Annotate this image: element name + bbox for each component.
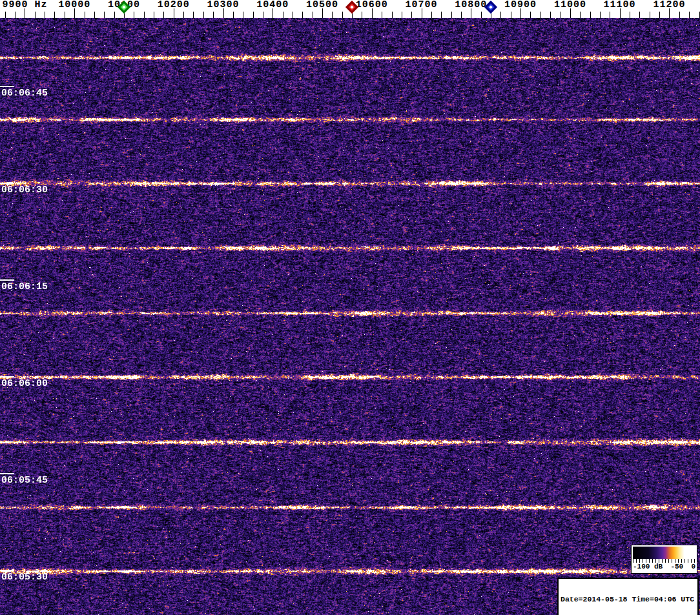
ruler-tick xyxy=(85,12,85,18)
ruler-tick xyxy=(163,12,164,18)
ruler-tick xyxy=(639,12,640,18)
ruler-tick xyxy=(233,12,234,18)
ruler-tick xyxy=(540,12,541,18)
ruler-tick xyxy=(313,12,313,18)
ruler-tick xyxy=(65,12,65,18)
ruler-tick xyxy=(283,12,283,18)
ruler-tick xyxy=(402,12,402,18)
ruler-tick xyxy=(441,12,442,18)
ruler-tick xyxy=(431,12,432,18)
ruler-tick xyxy=(134,12,134,18)
marker-center-dot xyxy=(350,5,354,9)
ruler-tick xyxy=(154,12,154,18)
ruler-tick xyxy=(550,12,551,18)
ruler-tick xyxy=(630,12,630,18)
ruler-tick xyxy=(561,12,561,18)
info-box: Date=2014-05-18 Time=04:06 UTC Freq=143 … xyxy=(557,578,699,615)
marker-center-dot xyxy=(122,5,126,9)
info-line-date: Date=2014-05-18 Time=04:06 UTC xyxy=(561,596,695,603)
ruler-tick xyxy=(689,12,690,18)
colorbar-label-mid: -50 xyxy=(670,563,683,571)
ruler-tick xyxy=(530,12,531,18)
ruler-tick xyxy=(332,12,333,18)
ruler-tick xyxy=(461,12,462,18)
ruler-tick xyxy=(35,12,36,18)
ruler-tick xyxy=(5,12,6,18)
ruler-tick xyxy=(699,12,700,18)
ruler-tick xyxy=(580,12,581,18)
ruler-tick xyxy=(679,12,680,18)
marker-center-dot xyxy=(489,5,493,9)
ruler-tick xyxy=(213,12,214,18)
ruler-tick xyxy=(183,12,184,18)
ruler-tick xyxy=(263,12,263,18)
ruler-tick xyxy=(451,12,452,18)
ruler-tick xyxy=(342,12,343,18)
ruler-tick xyxy=(253,12,254,18)
ruler-tick xyxy=(104,12,105,18)
ruler-tick xyxy=(94,12,95,18)
ruler-tick xyxy=(144,12,145,18)
colorbar-panel: -100 dB -50 0 xyxy=(631,545,697,574)
ruler-tick xyxy=(243,12,243,18)
ruler-tick xyxy=(650,12,650,18)
ruler-tick xyxy=(411,12,412,18)
ruler-tick xyxy=(193,12,194,18)
freq-label: 11200 xyxy=(630,0,700,10)
ruler-tick xyxy=(382,12,382,18)
ruler-tick xyxy=(500,12,501,18)
ruler-tick xyxy=(15,12,15,18)
ruler-tick xyxy=(659,12,660,18)
ruler-tick xyxy=(481,12,482,18)
ruler-tick xyxy=(293,12,293,18)
spectrogram-canvas xyxy=(0,18,700,615)
ruler-tick xyxy=(302,12,303,18)
ruler-tick xyxy=(114,12,115,18)
colorbar-label-max: 0 xyxy=(691,563,695,571)
ruler-tick xyxy=(54,12,55,18)
colorbar-gradient xyxy=(633,547,695,559)
ruler-tick xyxy=(600,12,601,18)
ruler-tick xyxy=(392,12,393,18)
ruler-tick xyxy=(362,12,362,18)
ruler-tick xyxy=(45,12,45,18)
frequency-ruler: 9900 Hz100001010010200103001040010500106… xyxy=(0,0,700,18)
spectrogram-window: 9900 Hz100001010010200103001040010500106… xyxy=(0,0,700,615)
colorbar-labels: -100 dB -50 0 xyxy=(632,563,697,571)
ruler-tick xyxy=(590,12,591,18)
ruler-tick xyxy=(511,12,511,18)
colorbar-label-min: -100 dB xyxy=(633,563,663,571)
ruler-tick xyxy=(610,12,610,18)
ruler-tick xyxy=(203,12,204,18)
